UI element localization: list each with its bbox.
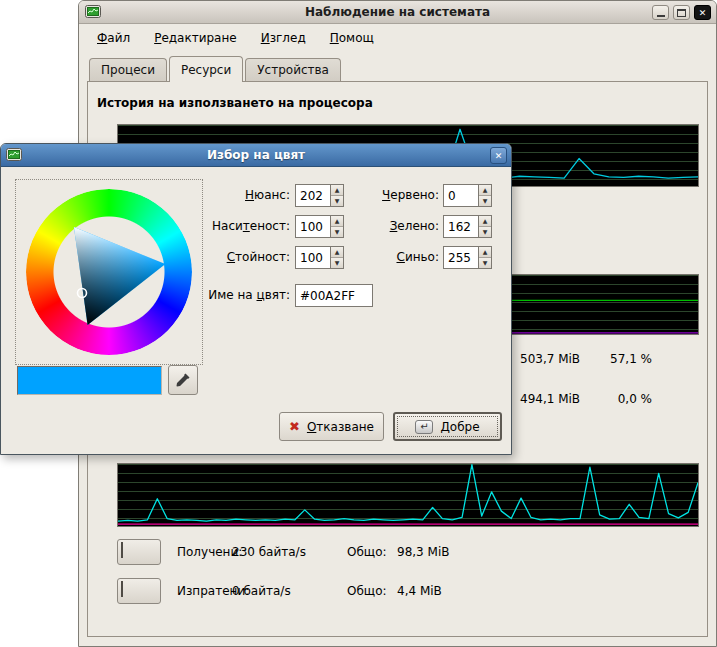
arrow-down-icon: ▼ (483, 228, 488, 235)
value-input[interactable] (296, 247, 330, 268)
dialog-title: Избор на цвят (1, 148, 511, 162)
current-color-preview (17, 366, 162, 395)
blue-label: Синьо: (331, 246, 439, 269)
eyedropper-button[interactable] (168, 365, 198, 395)
label-accel: т (243, 219, 250, 233)
swap-percent-value: 0,0 % (560, 392, 652, 406)
memory-percent-value: 57,1 % (560, 352, 652, 366)
ok-label: Добре (440, 420, 479, 434)
close-button[interactable]: ✕ (694, 5, 711, 20)
received-color-swatch (121, 542, 123, 558)
red-label: Червено: (331, 184, 439, 207)
tab-devices[interactable]: Устройства (245, 58, 341, 81)
spin-down-button[interactable]: ▼ (479, 257, 491, 268)
close-icon: ✕ (495, 151, 503, 161)
hsv-triangle[interactable] (26, 189, 192, 355)
minimize-icon (657, 15, 665, 17)
red-spinbutton: ▲ ▼ (443, 184, 492, 207)
arrow-up-icon: ▲ (483, 186, 488, 193)
label-post: еност: (250, 219, 290, 233)
cancel-label: Отказване (307, 420, 374, 434)
label-post: иньо: (405, 250, 439, 264)
cpu-history-heading: История на използването на процесора (97, 96, 373, 110)
green-label: Зелено: (331, 215, 439, 238)
spin-down-button[interactable]: ▼ (479, 195, 491, 206)
saturation-label: Наситеност: (151, 215, 290, 238)
tab-resources[interactable]: Ресурси (169, 56, 243, 82)
label-accel: ц (257, 288, 265, 302)
minimize-button[interactable] (652, 5, 669, 20)
label-accel: П (330, 31, 339, 45)
label-post: ервено: (390, 188, 439, 202)
label-post: тказване (316, 420, 374, 434)
tab-bar: Процеси Ресурси Устройства (87, 56, 708, 81)
arrow-down-icon: ▼ (483, 197, 488, 204)
hue-input[interactable] (296, 185, 330, 206)
spin-up-button[interactable]: ▲ (479, 185, 491, 195)
label-post: елено: (397, 219, 439, 233)
maximize-button[interactable] (673, 5, 690, 20)
sent-total: 4,4 MiB (397, 584, 442, 598)
arrow-up-icon: ▲ (483, 217, 488, 224)
window-controls: ✕ (652, 5, 711, 20)
label-post: омощ (339, 31, 374, 45)
hsv-triangle-black-shade (74, 227, 165, 325)
arrow-up-icon: ▲ (483, 248, 488, 255)
label-accel: Д (440, 420, 449, 434)
close-icon: ✕ (699, 8, 707, 18)
menu-view[interactable]: Изглед (257, 29, 310, 47)
dialog-titlebar[interactable]: Избор на цвят ✕ (1, 144, 511, 167)
label-post: вят: (265, 288, 290, 302)
label-accel: Н (245, 188, 254, 202)
window-title: Наблюдение на системата (79, 5, 716, 19)
window-titlebar[interactable]: Наблюдение на системата ✕ (79, 1, 716, 24)
network-history-chart (117, 463, 699, 527)
label-post: зглед (270, 31, 306, 45)
label-accel: О (307, 420, 316, 434)
label-post: едактиране (161, 31, 236, 45)
sent-total-label: Общо: (347, 584, 387, 598)
menubar: Файл Редактиране Изглед Помощ (79, 25, 716, 51)
label-pre: Наси (212, 219, 243, 233)
blue-spin-arrows: ▲ ▼ (478, 247, 491, 268)
network-sent-row: Изпратени: 0 байта/s Общо: 4,4 MiB (88, 578, 707, 604)
label-post: тойност: (235, 250, 290, 264)
green-spinbutton: ▲ ▼ (443, 215, 492, 238)
eyedropper-icon (175, 372, 191, 388)
menu-file[interactable]: Файл (93, 29, 134, 47)
spin-up-button[interactable]: ▲ (479, 216, 491, 226)
arrow-down-icon: ▼ (483, 259, 488, 266)
cancel-icon: ✖ (289, 420, 300, 433)
cancel-button[interactable]: ✖ Отказване (279, 412, 384, 441)
maximize-icon (677, 9, 686, 17)
label-accel: С (397, 250, 405, 264)
saturation-input[interactable] (296, 216, 330, 237)
sent-color-swatch (121, 581, 123, 597)
menu-edit[interactable]: Редактиране (150, 29, 241, 47)
blue-spinbutton: ▲ ▼ (443, 246, 492, 269)
spin-down-button[interactable]: ▼ (479, 226, 491, 237)
label-pre: Име на (208, 288, 256, 302)
received-color-button[interactable] (117, 539, 161, 565)
label-accel: Ф (97, 31, 107, 45)
color-name-label: Име на цвят: (151, 284, 290, 307)
sent-color-button[interactable] (117, 578, 161, 604)
label-post: айл (107, 31, 130, 45)
received-rate: 230 байта/s (232, 545, 306, 559)
spin-up-button[interactable]: ▲ (479, 247, 491, 257)
network-received-row: Получени: 230 байта/s Общо: 98,3 MiB (88, 539, 707, 565)
label-accel: И (261, 31, 270, 45)
color-picker-dialog: Избор на цвят ✕ Нюанс: ▲ ▼ (0, 143, 512, 455)
received-total-label: Общо: (347, 545, 387, 559)
color-name-input[interactable] (295, 284, 373, 307)
ok-button[interactable]: ↵ Добре (393, 412, 502, 441)
label-post: обре (450, 420, 480, 434)
blue-input[interactable] (444, 247, 478, 268)
red-input[interactable] (444, 185, 478, 206)
hue-label: Нюанс: (151, 184, 290, 207)
green-input[interactable] (444, 216, 478, 237)
menu-help[interactable]: Помощ (326, 29, 378, 47)
tab-processes[interactable]: Процеси (89, 58, 167, 81)
label-post: юанс: (254, 188, 290, 202)
dialog-close-button[interactable]: ✕ (490, 147, 507, 164)
